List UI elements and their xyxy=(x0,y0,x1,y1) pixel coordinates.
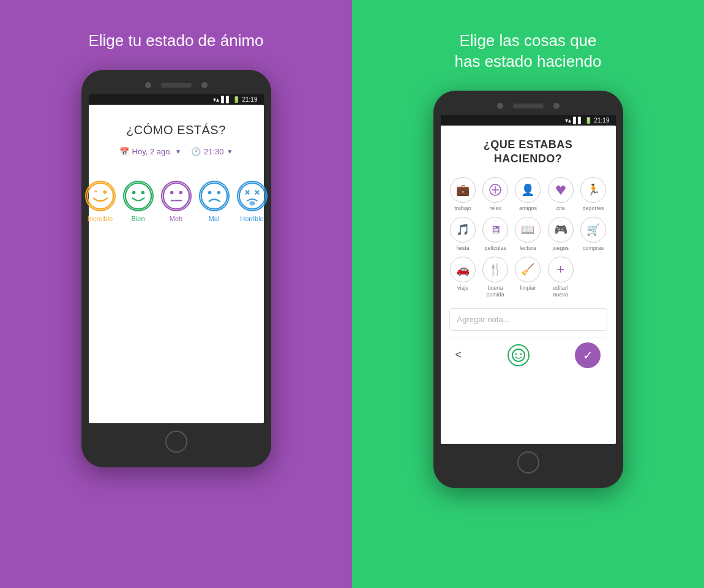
svg-point-0 xyxy=(87,183,113,209)
svg-point-17 xyxy=(249,201,255,205)
date-dropdown-icon: ▼ xyxy=(175,148,181,155)
mood-label-increible: Increible xyxy=(88,215,113,222)
activity-label-viaje: viaje xyxy=(457,285,469,292)
mood-small-icon[interactable] xyxy=(507,344,530,366)
activity-label-cita: cita xyxy=(556,205,565,212)
left-panel: Elige tu estado de ánimo ▾▴ ▋▋ 🔋 21:19 ¿… xyxy=(0,0,352,588)
activity-juegos[interactable]: 🎮 juegos xyxy=(547,217,574,252)
activity-icon-buena-comida: 🍴 xyxy=(482,257,508,282)
speaker-right xyxy=(513,104,544,108)
right-panel: Elige las cosas que has estado haciendo … xyxy=(352,0,704,588)
home-button-left[interactable] xyxy=(165,431,187,453)
svg-point-10 xyxy=(208,191,211,195)
activity-peliculas[interactable]: 🖥 películas xyxy=(482,217,509,252)
camera-right-right xyxy=(553,103,560,109)
activity-relax[interactable]: relax xyxy=(482,177,509,212)
mood-mal[interactable]: Mal xyxy=(199,181,230,222)
note-input[interactable]: Agregar nota... xyxy=(449,308,607,331)
activity-icon-compras: 🛒 xyxy=(580,217,606,243)
activity-lectura[interactable]: 📖 lectura xyxy=(514,217,542,252)
time-item[interactable]: 🕐 21:30 ▼ xyxy=(191,147,233,156)
activity-label-relax: relax xyxy=(490,205,502,212)
status-bar-right: ▾▴ ▋▋ 🔋 21:19 xyxy=(441,115,616,126)
svg-point-1 xyxy=(103,190,107,194)
activity-icon-trabajo: 💼 xyxy=(450,177,476,203)
signal-icon: ▋▋ xyxy=(221,96,231,103)
mood-row: Increible Bien xyxy=(85,181,268,222)
phone-top-bar-right xyxy=(441,98,616,115)
wifi-icon-right: ▾▴ xyxy=(565,117,571,124)
activity-icon-amigos: 👤 xyxy=(515,177,541,203)
svg-point-4 xyxy=(141,191,144,195)
status-icons-right: ▾▴ ▋▋ 🔋 21:19 xyxy=(565,117,609,124)
activity-cita[interactable]: cita xyxy=(547,177,574,212)
activity-label-lectura: lectura xyxy=(520,245,536,252)
calendar-icon: 📅 xyxy=(119,147,129,156)
activity-label-juegos: juegos xyxy=(552,245,569,252)
activity-buena-comida[interactable]: 🍴 buena comida xyxy=(482,257,509,298)
right-panel-title: Elige las cosas que has estado haciendo xyxy=(430,31,626,72)
back-button[interactable]: < xyxy=(455,349,462,361)
activity-icon-deportes: 🏃 xyxy=(580,177,606,203)
activity-label-trabajo: trabajo xyxy=(454,205,471,212)
activity-icon-cita xyxy=(548,177,574,203)
mood-horrible[interactable]: Horrible xyxy=(237,181,268,222)
activity-compras[interactable]: 🛒 compras xyxy=(579,217,607,252)
status-time-left: 21:19 xyxy=(242,96,257,103)
battery-icon-right: 🔋 xyxy=(585,117,592,124)
date-time-row: 📅 Hoy, 2 ago. ▼ 🕐 21:30 ▼ xyxy=(119,147,233,156)
speaker-left xyxy=(161,83,192,88)
activity-viaje[interactable]: 🚗 viaje xyxy=(449,257,477,298)
activity-icon-editar: + xyxy=(548,257,574,282)
screen-title-left: ¿CÓMO ESTÁS? xyxy=(126,123,226,137)
svg-point-23 xyxy=(520,353,522,355)
time-dropdown-icon: ▼ xyxy=(227,148,233,155)
signal-icon-right: ▋▋ xyxy=(573,117,583,124)
phone-top-bar-left xyxy=(89,77,264,94)
activity-editar-nuevo[interactable]: + editar/ nuevo xyxy=(547,257,574,298)
activity-icon-lectura: 📖 xyxy=(515,217,541,243)
activity-icon-viaje: 🚗 xyxy=(450,257,476,282)
activity-amigos[interactable]: 👤 amigos xyxy=(514,177,542,212)
activity-label-peliculas: películas xyxy=(485,245,507,252)
home-button-right[interactable] xyxy=(517,451,539,473)
time-label: 21:30 xyxy=(204,147,224,156)
activity-label-compras: compras xyxy=(583,245,604,252)
date-label: Hoy, 2 ago. xyxy=(132,147,173,156)
emoji-face-increible xyxy=(85,181,116,211)
status-time-right: 21:19 xyxy=(594,117,609,124)
confirm-button[interactable]: ✓ xyxy=(575,342,601,368)
svg-point-9 xyxy=(201,183,227,209)
svg-point-21 xyxy=(512,349,525,361)
mood-meh[interactable]: Meh xyxy=(161,181,192,222)
activity-label-editar: editar/ nuevo xyxy=(553,285,568,298)
clock-icon: 🕐 xyxy=(191,147,201,156)
mood-increible[interactable]: Increible xyxy=(85,181,116,222)
emoji-face-meh xyxy=(161,181,192,211)
activity-icon-limpiar: 🧹 xyxy=(515,257,541,282)
svg-point-3 xyxy=(132,191,135,195)
camera-left xyxy=(145,82,151,88)
activity-deportes[interactable]: 🏃 deportes xyxy=(579,177,607,212)
screen-title-right: ¿QUE ESTABAS HACIENDO? xyxy=(484,138,573,167)
activity-trabajo[interactable]: 💼 trabajo xyxy=(449,177,477,212)
svg-point-7 xyxy=(179,191,182,195)
activity-fiesta[interactable]: 🎵 fiesta xyxy=(449,217,477,252)
activity-limpiar[interactable]: 🧹 limpiar xyxy=(514,257,542,298)
activity-icon-relax xyxy=(482,177,508,203)
mood-bien[interactable]: Bien xyxy=(123,181,154,222)
activity-label-deportes: deportes xyxy=(582,205,604,212)
battery-icon: 🔋 xyxy=(233,96,240,103)
activity-icon-fiesta: 🎵 xyxy=(450,217,476,243)
mood-label-horrible: Horrible xyxy=(240,215,264,222)
screen-right: ¿QUE ESTABAS HACIENDO? 💼 trabajo relax xyxy=(441,126,616,444)
activity-label-buena-comida: buena comida xyxy=(487,285,504,298)
activity-icon-peliculas: 🖥 xyxy=(482,217,508,243)
wifi-icon: ▾▴ xyxy=(213,96,219,103)
mood-label-bien: Bien xyxy=(131,215,144,222)
phone-bottom-right xyxy=(441,444,616,481)
date-item[interactable]: 📅 Hoy, 2 ago. ▼ xyxy=(119,147,181,156)
screen-left: ¿CÓMO ESTÁS? 📅 Hoy, 2 ago. ▼ 🕐 21:30 ▼ xyxy=(89,105,264,423)
activity-icon-juegos: 🎮 xyxy=(548,217,574,243)
status-icons-left: ▾▴ ▋▋ 🔋 21:19 xyxy=(213,96,257,103)
